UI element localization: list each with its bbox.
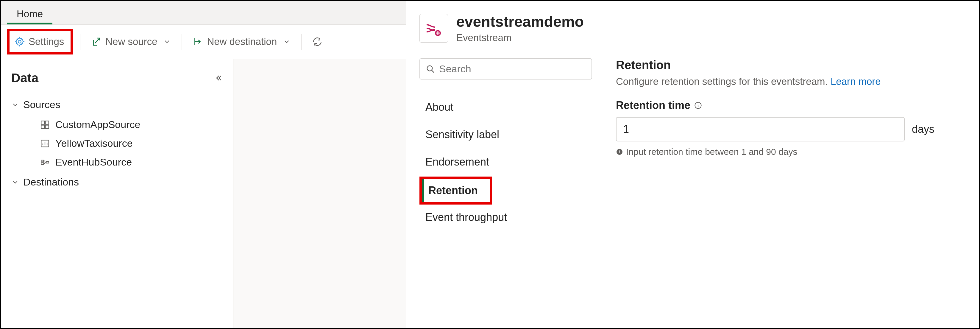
retention-description: Configure retention settings for this ev… <box>616 76 966 87</box>
svg-rect-6 <box>41 160 44 162</box>
chevron-down-icon <box>11 178 19 186</box>
source-label: CustomAppSource <box>56 119 140 130</box>
svg-rect-2 <box>45 121 49 124</box>
destinations-header[interactable]: Destinations <box>1 172 233 192</box>
new-destination-label: New destination <box>207 36 277 47</box>
collapse-sidebar-button[interactable] <box>214 73 223 83</box>
source-item-customapp[interactable]: CustomAppSource <box>1 115 233 134</box>
nav-retention[interactable]: Retention <box>422 179 490 202</box>
nav-about[interactable]: About <box>420 94 590 120</box>
settings-flyout: eventstreamdemo Eventstream About Sensit… <box>406 1 979 328</box>
flyout-header: eventstreamdemo Eventstream <box>406 1 979 52</box>
nav-throughput[interactable]: Event throughput <box>420 205 590 230</box>
toolbar-separator <box>80 33 80 50</box>
eventhub-icon <box>40 157 50 167</box>
chevron-down-icon <box>11 101 19 109</box>
canvas-area[interactable] <box>233 59 406 328</box>
data-sidebar: Data Sources <box>1 59 233 328</box>
info-icon[interactable] <box>694 101 702 110</box>
svg-point-10 <box>427 65 433 71</box>
flyout-body: About Sensitivity label Endorsement Rete… <box>406 52 979 328</box>
retention-title: Retention <box>616 58 966 72</box>
nav-retention-highlight: Retention <box>420 176 492 205</box>
svg-rect-1 <box>41 121 45 124</box>
sources-section: Sources CustomAppSource <box>1 94 233 172</box>
flyout-title: eventstreamdemo <box>457 13 584 30</box>
custom-app-icon <box>40 120 50 130</box>
source-label: EventHubSource <box>56 156 132 168</box>
flyout-subtitle: Eventstream <box>457 32 584 43</box>
flyout-title-block: eventstreamdemo Eventstream <box>457 13 584 43</box>
retention-time-label: Retention time <box>616 99 966 112</box>
data-title: Data <box>11 71 38 85</box>
new-source-icon <box>91 37 102 47</box>
ribbon-tabs: Home <box>1 1 406 24</box>
retention-unit: days <box>912 123 934 135</box>
data-header: Data <box>1 65 233 94</box>
gear-icon <box>14 37 25 47</box>
tab-home[interactable]: Home <box>7 4 52 24</box>
learn-more-link[interactable]: Learn more <box>830 76 881 87</box>
data-panel: Data Sources <box>1 59 406 328</box>
eventstream-icon <box>420 14 448 43</box>
sources-label: Sources <box>23 99 60 110</box>
source-label: YellowTaxisource <box>56 138 133 149</box>
svg-point-0 <box>18 40 21 43</box>
new-source-button[interactable]: New source <box>88 33 175 50</box>
destinations-label: Destinations <box>23 176 79 188</box>
retention-input-row: days <box>616 117 966 141</box>
retention-settings-pane: Retention Configure retention settings f… <box>603 52 979 328</box>
chevron-down-icon <box>283 38 291 46</box>
search-input[interactable] <box>439 63 585 75</box>
info-icon: i <box>616 148 623 156</box>
settings-button-highlight: Settings <box>7 29 73 54</box>
main-app-area: Home Settings New source <box>1 1 406 328</box>
toolbar-separator <box>301 33 302 50</box>
toolbar: Settings New source New destination <box>1 24 406 59</box>
chevron-down-icon <box>163 38 171 46</box>
refresh-button[interactable] <box>309 33 322 50</box>
source-item-eventhub[interactable]: EventHubSource <box>1 153 233 172</box>
nav-endorsement[interactable]: Endorsement <box>420 149 590 175</box>
retention-time-input[interactable] <box>616 117 905 141</box>
new-source-label: New source <box>105 36 157 47</box>
source-item-yellowtaxi[interactable]: YellowTaxisource <box>1 134 233 153</box>
svg-rect-4 <box>45 125 49 128</box>
new-destination-icon <box>192 37 203 47</box>
svg-text:i: i <box>619 150 620 154</box>
new-destination-button[interactable]: New destination <box>189 33 294 50</box>
search-icon <box>426 65 435 73</box>
refresh-icon <box>312 37 322 47</box>
retention-hint: i Input retention time between 1 and 90 … <box>616 147 966 157</box>
settings-label: Settings <box>29 36 64 47</box>
sample-data-icon <box>40 138 50 149</box>
settings-search[interactable] <box>420 58 592 79</box>
svg-rect-7 <box>41 162 44 164</box>
flyout-nav: About Sensitivity label Endorsement Rete… <box>406 52 603 328</box>
toolbar-separator <box>181 33 182 50</box>
svg-rect-3 <box>41 125 45 128</box>
sources-header[interactable]: Sources <box>1 94 233 115</box>
nav-sensitivity[interactable]: Sensitivity label <box>420 122 590 147</box>
destinations-section: Destinations <box>1 172 233 192</box>
settings-button[interactable]: Settings <box>11 33 68 50</box>
svg-rect-8 <box>46 161 49 163</box>
